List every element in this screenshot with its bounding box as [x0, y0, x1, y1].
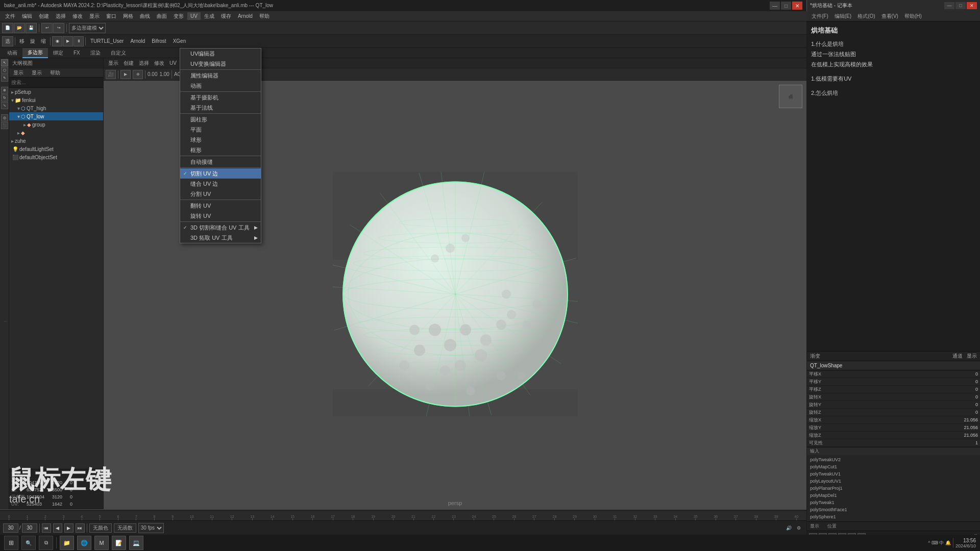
play-backward[interactable]: ◀ — [53, 523, 62, 533]
node-polyPlanarProj1[interactable]: polyPlanarProj1 — [807, 485, 980, 492]
uv-menu-display[interactable]: 显示 — [106, 60, 121, 67]
node-polyLayoutUV1[interactable]: polyLayoutUV1 — [807, 478, 980, 485]
dd-item-sphere[interactable]: 球形 — [180, 135, 261, 145]
toolbar-turtle[interactable]: TURTLE_User — [87, 37, 127, 45]
outliner-tab-help[interactable]: 帮助 — [46, 68, 64, 77]
node-polyMapDel1[interactable]: polyMapDel1 — [807, 492, 980, 499]
menu-select[interactable]: 选择 — [53, 12, 69, 21]
module-tab-rigging[interactable]: 绑定 — [48, 48, 68, 58]
module-tab-render[interactable]: 渲染 — [85, 48, 106, 58]
taskbar-app2[interactable]: 💻 — [129, 536, 143, 550]
menu-uv[interactable]: UV — [187, 12, 201, 20]
tool-btn-rotate[interactable]: 旋 — [28, 37, 38, 46]
menu-help[interactable]: 帮助 — [256, 12, 273, 21]
color-button[interactable]: 无颜色 — [89, 523, 112, 533]
dd-item-anim[interactable]: 动画 — [180, 81, 261, 91]
minimize-button[interactable]: — — [770, 2, 780, 10]
channel-tab-channels[interactable]: 通道 — [952, 353, 963, 360]
tool-btn-select[interactable]: 选 — [2, 36, 13, 46]
play-prev-frame[interactable]: ⏮ — [42, 523, 51, 533]
audio-btn[interactable]: 🔊 — [784, 523, 793, 533]
taskbar-taskview[interactable]: ⧉ — [39, 536, 53, 550]
outliner-item-fenkui[interactable]: ▾ 📁 fenkui — [9, 96, 103, 104]
taskbar-app1[interactable]: 📝 — [112, 536, 126, 550]
uv-menu-modify[interactable]: 修改 — [152, 60, 167, 67]
dd-item-plane[interactable]: 平面 — [180, 124, 261, 135]
node-polyTweakUV1[interactable]: polyTweakUV1 — [807, 470, 980, 478]
module-tab-animation[interactable]: 动画 — [2, 48, 22, 58]
uv-menu-select[interactable]: 选择 — [136, 60, 152, 67]
dd-item-cylinder[interactable]: 圆柱形 — [180, 114, 261, 124]
soft-mod-tool[interactable]: ◎ — [1, 114, 8, 121]
menu-generate[interactable]: 生成 — [201, 12, 217, 21]
dd-item-auto[interactable]: 自动接缝 — [180, 157, 261, 167]
select-tool[interactable]: ↖ — [1, 59, 8, 66]
new-file-btn[interactable]: 📄 — [2, 23, 13, 33]
menu-surfaces[interactable]: 曲面 — [154, 12, 170, 21]
notepad-menu-view[interactable]: 查看(V) — [878, 13, 901, 20]
node-polyTweak1[interactable]: polyTweak1 — [807, 499, 980, 506]
outliner-tab-display[interactable]: 显示 — [9, 68, 28, 77]
uv-menu-uv[interactable]: UV — [167, 60, 179, 66]
vp-render-btn[interactable]: ▶ — [120, 70, 131, 79]
menu-modify[interactable]: 修改 — [69, 12, 86, 21]
toolbar-xgen[interactable]: XGen — [170, 37, 189, 45]
dd-item-uv-transform[interactable]: UV变换编辑器 — [180, 59, 261, 69]
dd-item-camera[interactable]: 基于摄影机 — [180, 92, 261, 103]
paint-tool[interactable]: ✎ — [1, 74, 8, 82]
function-button[interactable]: 无函数 — [114, 523, 136, 533]
outliner-item-qt-high[interactable]: ▾ ⬡ QT_high — [9, 104, 103, 112]
current-frame-input[interactable] — [3, 523, 18, 533]
toolbar-arnold[interactable]: Arnold — [127, 37, 148, 45]
settings-btn[interactable]: ⚙ — [794, 523, 803, 533]
lasso-tool[interactable]: ⬡ — [1, 67, 8, 74]
dd-item-3d-cut[interactable]: ✓3D 切割和缝合 UV 工具 ▶ — [180, 222, 261, 233]
undo-btn[interactable]: ↩ — [41, 23, 53, 33]
scale-tool[interactable]: ⤡ — [1, 102, 8, 109]
menu-mesh[interactable]: 网格 — [120, 12, 136, 21]
menu-create[interactable]: 创建 — [36, 12, 52, 21]
outliner-item-psetup[interactable]: ▸ pSetup — [9, 88, 103, 96]
navigation-cube[interactable]: ⬛ — [779, 85, 802, 108]
outliner-item-qt-low[interactable]: ▾ ⬡ QT_low — [9, 112, 103, 120]
channel-tab-display[interactable]: 显示 — [967, 353, 977, 360]
menu-window[interactable]: 窗口 — [103, 12, 119, 21]
outliner-tab-show[interactable]: 显示 — [28, 68, 46, 77]
notepad-maximize[interactable]: □ — [955, 2, 966, 9]
dd-item-3d-relax[interactable]: 3D 拓取 UV 工具 ▶ — [180, 233, 261, 243]
node-polyTweakUV2[interactable]: polyTweakUV2 — [807, 456, 980, 463]
dd-item-rotate-uv[interactable]: 旋转 UV — [180, 211, 261, 221]
outliner-item-zuhe[interactable]: ▸ zuhe — [9, 137, 103, 145]
notepad-minimize[interactable]: — — [944, 2, 954, 9]
render-icon-1[interactable]: ◉ — [52, 36, 62, 46]
save-file-btn[interactable]: 💾 — [26, 23, 37, 33]
node-polySphere1[interactable]: polySphere1 — [807, 513, 980, 520]
outliner-item-group[interactable]: ▸ ◆ group — [9, 120, 103, 129]
outliner-item-objectset[interactable]: ⬛ defaultObjectSet — [9, 153, 103, 161]
dd-item-props[interactable]: 属性编辑器 — [180, 70, 261, 81]
menu-cache[interactable]: 缓存 — [218, 12, 234, 21]
menu-display[interactable]: 显示 — [86, 12, 103, 21]
notepad-menu-help[interactable]: 帮助(H) — [901, 13, 925, 20]
taskbar-maya[interactable]: M — [94, 536, 109, 550]
total-frame-input[interactable] — [22, 523, 37, 533]
notepad-menu-edit[interactable]: 编辑(E) — [831, 13, 854, 20]
dd-item-stitch[interactable]: 缝合 UV 边 — [180, 179, 261, 189]
notepad-content[interactable]: 烘培基础 1.什么是烘培 通过一张法线贴图 在低模上实现高模的效果 1.低模需要… — [807, 21, 980, 351]
play-next-frame[interactable]: ⏭ — [76, 523, 85, 533]
vp-cam-btn[interactable]: 🎥 — [106, 70, 116, 79]
menu-arnold[interactable]: Arnold — [235, 12, 256, 20]
close-button[interactable]: ✕ — [792, 2, 802, 10]
menu-file[interactable]: 文件 — [2, 12, 18, 21]
outliner-item-group2[interactable]: ▸ ◆ — [9, 129, 103, 137]
maximize-button[interactable]: □ — [781, 2, 791, 10]
move-tool[interactable]: ⊕ — [1, 87, 8, 94]
dd-item-normal[interactable]: 基于法线 — [180, 103, 261, 113]
menu-curves[interactable]: 曲线 — [137, 12, 153, 21]
dd-item-cut-edge[interactable]: ✓切割 UV 边 — [180, 168, 261, 179]
render-icon-2[interactable]: ▶ — [63, 36, 73, 46]
menu-edit[interactable]: 编辑 — [19, 12, 35, 21]
tool-btn-scale[interactable]: 缩 — [38, 37, 48, 46]
play-forward[interactable]: ▶ — [64, 523, 74, 533]
node-polyMapCut1[interactable]: polyMapCut1 — [807, 463, 980, 470]
